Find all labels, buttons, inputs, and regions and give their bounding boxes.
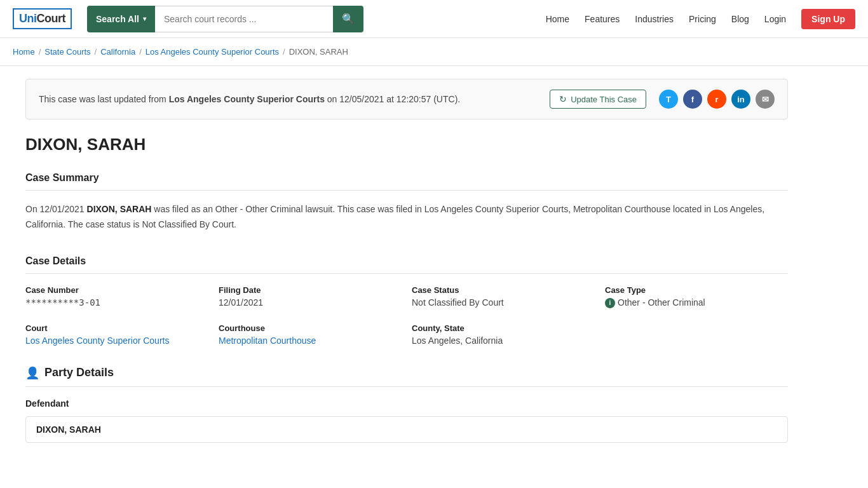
chevron-down-icon: ▾ bbox=[143, 15, 146, 22]
party-table-row: DIXON, SARAH bbox=[26, 417, 787, 442]
summary-date: On 12/01/2021 bbox=[25, 204, 87, 214]
breadcrumb: Home / State Courts / California / Los A… bbox=[0, 38, 868, 66]
linkedin-share-button[interactable]: in bbox=[731, 90, 750, 109]
court-link[interactable]: Los Angeles County Superior Courts bbox=[25, 336, 169, 346]
courthouse-label: Courthouse bbox=[219, 323, 402, 333]
breadcrumb-sep-4: / bbox=[283, 47, 285, 57]
case-summary-text: On 12/01/2021 DIXON, SARAH was filed as … bbox=[25, 202, 788, 233]
filing-date-item: Filing Date 12/01/2021 bbox=[219, 285, 402, 308]
reddit-share-button[interactable]: r bbox=[707, 90, 726, 109]
banner-text-after: on 12/05/2021 at 12:20:57 (UTC). bbox=[325, 94, 460, 104]
breadcrumb-sep-3: / bbox=[139, 47, 142, 57]
search-input[interactable] bbox=[155, 6, 333, 32]
case-title: DIXON, SARAH bbox=[25, 135, 788, 154]
breadcrumb-home[interactable]: Home bbox=[13, 47, 35, 57]
case-status-item: Case Status Not Classified By Court bbox=[412, 285, 595, 308]
person-icon: 👤 bbox=[25, 366, 39, 380]
case-summary-header: Case Summary bbox=[25, 172, 788, 191]
party-details-header: 👤 Party Details bbox=[25, 366, 788, 387]
filing-date-value: 12/01/2021 bbox=[219, 297, 402, 308]
party-section: 👤 Party Details Defendant DIXON, SARAH bbox=[25, 366, 788, 443]
county-state-value: Los Angeles, California bbox=[412, 336, 595, 346]
courthouse-value: Metropolitan Courthouse bbox=[219, 336, 402, 346]
case-number-item: Case Number **********3-01 bbox=[25, 285, 208, 308]
breadcrumb-state-courts[interactable]: State Courts bbox=[44, 47, 90, 57]
logo-text: UniCourt bbox=[13, 8, 72, 29]
courthouse-link[interactable]: Metropolitan Courthouse bbox=[219, 336, 316, 346]
case-status-value: Not Classified By Court bbox=[412, 297, 595, 308]
breadcrumb-current: DIXON, SARAH bbox=[289, 47, 348, 57]
main-content: This case was last updated from Los Ange… bbox=[0, 66, 813, 468]
facebook-share-button[interactable]: f bbox=[683, 90, 702, 109]
main-nav: Home Features Industries Pricing Blog Lo… bbox=[546, 9, 855, 29]
party-section-label: Party Details bbox=[44, 366, 114, 379]
twitter-share-button[interactable]: T bbox=[659, 90, 678, 109]
breadcrumb-sep-1: / bbox=[39, 47, 41, 57]
banner-court-name: Los Angeles County Superior Courts bbox=[169, 94, 325, 104]
defendant-role-label: Defendant bbox=[25, 398, 788, 409]
banner-text-before: This case was last updated from bbox=[39, 94, 169, 104]
breadcrumb-sep-2: / bbox=[95, 47, 97, 57]
search-all-button[interactable]: Search All ▾ bbox=[87, 6, 155, 32]
summary-defendant: DIXON, SARAH bbox=[87, 204, 152, 214]
nav-login[interactable]: Login bbox=[764, 14, 786, 24]
case-details-grid: Case Number **********3-01 Filing Date 1… bbox=[25, 285, 788, 346]
update-banner-text: This case was last updated from Los Ange… bbox=[39, 94, 460, 104]
nav-home[interactable]: Home bbox=[546, 14, 569, 24]
party-table: DIXON, SARAH bbox=[25, 416, 788, 443]
breadcrumb-court[interactable]: Los Angeles County Superior Courts bbox=[146, 47, 279, 57]
case-details-header: Case Details bbox=[25, 255, 788, 274]
signup-button[interactable]: Sign Up bbox=[801, 9, 855, 29]
search-all-label: Search All bbox=[96, 14, 139, 24]
case-number-label: Case Number bbox=[25, 285, 208, 295]
case-summary-section: Case Summary On 12/01/2021 DIXON, SARAH … bbox=[25, 172, 788, 233]
refresh-icon: ↻ bbox=[559, 94, 567, 104]
update-btn-label: Update This Case bbox=[571, 95, 637, 104]
case-type-label: Case Type bbox=[605, 285, 788, 295]
case-type-text: Other - Other Criminal bbox=[618, 297, 705, 308]
court-label: Court bbox=[25, 323, 208, 333]
nav-blog[interactable]: Blog bbox=[731, 14, 749, 24]
search-submit-button[interactable]: 🔍 bbox=[333, 6, 363, 32]
defendant-name-cell: DIXON, SARAH bbox=[26, 417, 407, 442]
update-case-button[interactable]: ↻ Update This Case bbox=[550, 90, 646, 109]
case-details-section: Case Details Case Number **********3-01 … bbox=[25, 255, 788, 346]
header: UniCourt Search All ▾ 🔍 Home Features In… bbox=[0, 0, 868, 38]
courthouse-item: Courthouse Metropolitan Courthouse bbox=[219, 323, 402, 346]
defendant-extra-cell bbox=[407, 417, 787, 442]
county-state-label: County, State bbox=[412, 323, 595, 333]
update-right: ↻ Update This Case T f r in ✉ bbox=[550, 90, 775, 109]
nav-industries[interactable]: Industries bbox=[635, 14, 674, 24]
breadcrumb-california[interactable]: California bbox=[100, 47, 135, 57]
filing-date-label: Filing Date bbox=[219, 285, 402, 295]
court-value: Los Angeles County Superior Courts bbox=[25, 336, 208, 346]
case-status-label: Case Status bbox=[412, 285, 595, 295]
info-icon: i bbox=[605, 298, 615, 308]
case-type-value: iOther - Other Criminal bbox=[605, 297, 788, 308]
case-type-item: Case Type iOther - Other Criminal bbox=[605, 285, 788, 308]
social-icons: T f r in ✉ bbox=[659, 90, 775, 109]
update-banner: This case was last updated from Los Ange… bbox=[25, 79, 788, 119]
nav-features[interactable]: Features bbox=[585, 14, 620, 24]
court-item: Court Los Angeles County Superior Courts bbox=[25, 323, 208, 346]
case-number-value: **********3-01 bbox=[25, 297, 208, 308]
logo[interactable]: UniCourt bbox=[13, 8, 72, 29]
county-state-item: County, State Los Angeles, California bbox=[412, 323, 595, 346]
search-icon: 🔍 bbox=[342, 13, 355, 24]
nav-pricing[interactable]: Pricing bbox=[689, 14, 716, 24]
email-share-button[interactable]: ✉ bbox=[756, 90, 775, 109]
search-bar: Search All ▾ 🔍 bbox=[87, 6, 363, 32]
